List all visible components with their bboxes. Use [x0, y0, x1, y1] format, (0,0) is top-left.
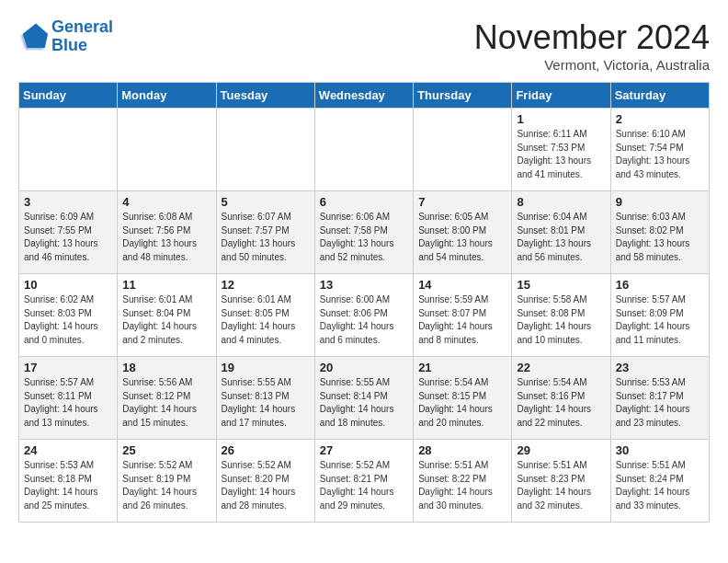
day-number: 2: [616, 112, 704, 126]
calendar-day-cell: 29Sunrise: 5:51 AM Sunset: 8:23 PM Dayli…: [512, 440, 610, 523]
calendar-day-cell: 25Sunrise: 5:52 AM Sunset: 8:19 PM Dayli…: [118, 440, 216, 523]
day-info: Sunrise: 5:53 AM Sunset: 8:18 PM Dayligh…: [24, 459, 112, 512]
calendar-day-cell: 1Sunrise: 6:11 AM Sunset: 7:53 PM Daylig…: [512, 109, 610, 191]
svg-marker-2: [23, 23, 48, 47]
logo-blue: Blue: [51, 36, 87, 54]
day-number: 26: [222, 443, 310, 457]
logo-general: General: [51, 17, 113, 36]
day-info: Sunrise: 6:03 AM Sunset: 8:02 PM Dayligh…: [616, 211, 704, 264]
day-number: 25: [122, 443, 210, 457]
calendar-day-cell: 2Sunrise: 6:10 AM Sunset: 7:54 PM Daylig…: [610, 109, 709, 191]
calendar-day-cell: 16Sunrise: 5:57 AM Sunset: 8:09 PM Dayli…: [610, 274, 709, 357]
calendar-day-cell: 13Sunrise: 6:00 AM Sunset: 8:06 PM Dayli…: [314, 274, 413, 357]
day-info: Sunrise: 6:05 AM Sunset: 8:00 PM Dayligh…: [418, 211, 506, 264]
day-number: 14: [418, 278, 506, 292]
day-info: Sunrise: 6:11 AM Sunset: 7:53 PM Dayligh…: [517, 128, 605, 181]
calendar-day-cell: [216, 109, 314, 191]
day-number: 8: [517, 195, 605, 209]
title-block: November 2024 Vermont, Victoria, Austral…: [474, 18, 710, 73]
day-number: 29: [517, 443, 605, 457]
day-number: 22: [517, 361, 605, 374]
calendar-day-cell: 22Sunrise: 5:54 AM Sunset: 8:16 PM Dayli…: [512, 357, 610, 440]
calendar-day-cell: 12Sunrise: 6:01 AM Sunset: 8:05 PM Dayli…: [216, 274, 314, 357]
location: Vermont, Victoria, Australia: [474, 57, 710, 73]
day-number: 28: [418, 443, 506, 457]
calendar-day-cell: 23Sunrise: 5:53 AM Sunset: 8:17 PM Dayli…: [610, 357, 709, 440]
calendar-day-cell: 26Sunrise: 5:52 AM Sunset: 8:20 PM Dayli…: [216, 440, 314, 523]
day-info: Sunrise: 6:10 AM Sunset: 7:54 PM Dayligh…: [616, 128, 704, 181]
day-info: Sunrise: 5:58 AM Sunset: 8:08 PM Dayligh…: [517, 293, 605, 347]
day-number: 7: [418, 195, 506, 209]
day-of-week-header: Friday: [512, 83, 610, 109]
calendar-day-cell: 3Sunrise: 6:09 AM Sunset: 7:55 PM Daylig…: [19, 191, 118, 274]
day-info: Sunrise: 5:51 AM Sunset: 8:22 PM Dayligh…: [418, 459, 506, 512]
day-number: 17: [24, 361, 112, 374]
day-info: Sunrise: 6:09 AM Sunset: 7:55 PM Dayligh…: [24, 211, 112, 264]
day-number: 9: [616, 195, 704, 209]
calendar-day-cell: 21Sunrise: 5:54 AM Sunset: 8:15 PM Dayli…: [414, 357, 512, 440]
day-of-week-header: Tuesday: [216, 83, 314, 109]
calendar-day-cell: 7Sunrise: 6:05 AM Sunset: 8:00 PM Daylig…: [414, 191, 512, 274]
calendar-day-cell: [414, 109, 512, 191]
calendar-day-cell: 24Sunrise: 5:53 AM Sunset: 8:18 PM Dayli…: [19, 440, 118, 523]
day-info: Sunrise: 5:57 AM Sunset: 8:11 PM Dayligh…: [24, 376, 112, 430]
day-number: 5: [222, 195, 310, 209]
day-number: 30: [616, 443, 704, 457]
day-number: 1: [517, 112, 605, 126]
calendar-day-cell: 8Sunrise: 6:04 AM Sunset: 8:01 PM Daylig…: [512, 191, 610, 274]
day-number: 3: [24, 195, 112, 209]
day-info: Sunrise: 6:02 AM Sunset: 8:03 PM Dayligh…: [24, 293, 112, 347]
day-number: 19: [222, 361, 310, 374]
day-info: Sunrise: 5:52 AM Sunset: 8:20 PM Dayligh…: [222, 459, 310, 512]
day-info: Sunrise: 6:08 AM Sunset: 7:56 PM Dayligh…: [122, 211, 210, 264]
calendar-day-cell: 19Sunrise: 5:55 AM Sunset: 8:13 PM Dayli…: [216, 357, 314, 440]
day-info: Sunrise: 5:53 AM Sunset: 8:17 PM Dayligh…: [616, 376, 704, 430]
day-info: Sunrise: 6:00 AM Sunset: 8:06 PM Dayligh…: [320, 293, 408, 347]
day-info: Sunrise: 6:01 AM Sunset: 8:04 PM Dayligh…: [122, 293, 210, 347]
calendar-table: SundayMondayTuesdayWednesdayThursdayFrid…: [18, 82, 710, 523]
day-number: 6: [320, 195, 408, 209]
calendar-day-cell: 10Sunrise: 6:02 AM Sunset: 8:03 PM Dayli…: [19, 274, 118, 357]
calendar-day-cell: [118, 109, 216, 191]
calendar-day-cell: 27Sunrise: 5:52 AM Sunset: 8:21 PM Dayli…: [314, 440, 413, 523]
day-info: Sunrise: 6:07 AM Sunset: 7:57 PM Dayligh…: [222, 211, 310, 264]
day-number: 21: [418, 361, 506, 374]
day-info: Sunrise: 5:56 AM Sunset: 8:12 PM Dayligh…: [122, 376, 210, 430]
calendar-day-cell: 30Sunrise: 5:51 AM Sunset: 8:24 PM Dayli…: [610, 440, 709, 523]
day-info: Sunrise: 5:54 AM Sunset: 8:16 PM Dayligh…: [517, 376, 605, 430]
page-header: General Blue November 2024 Vermont, Vict…: [18, 18, 710, 73]
logo-text: General Blue: [51, 18, 113, 55]
day-number: 13: [320, 278, 408, 292]
calendar-day-cell: [19, 109, 118, 191]
day-number: 24: [24, 443, 112, 457]
month-title: November 2024: [474, 18, 710, 57]
calendar-week-row: 17Sunrise: 5:57 AM Sunset: 8:11 PM Dayli…: [19, 357, 710, 440]
day-info: Sunrise: 5:51 AM Sunset: 8:23 PM Dayligh…: [517, 459, 605, 512]
day-number: 27: [320, 443, 408, 457]
calendar-week-row: 24Sunrise: 5:53 AM Sunset: 8:18 PM Dayli…: [19, 440, 710, 523]
day-number: 18: [122, 361, 210, 374]
day-info: Sunrise: 5:52 AM Sunset: 8:21 PM Dayligh…: [320, 459, 408, 512]
day-info: Sunrise: 5:55 AM Sunset: 8:13 PM Dayligh…: [222, 376, 310, 430]
calendar-day-cell: 14Sunrise: 5:59 AM Sunset: 8:07 PM Dayli…: [414, 274, 512, 357]
calendar-day-cell: 11Sunrise: 6:01 AM Sunset: 8:04 PM Dayli…: [118, 274, 216, 357]
day-info: Sunrise: 5:52 AM Sunset: 8:19 PM Dayligh…: [122, 459, 210, 512]
logo: General Blue: [18, 18, 113, 55]
day-info: Sunrise: 5:55 AM Sunset: 8:14 PM Dayligh…: [320, 376, 408, 430]
day-of-week-header: Wednesday: [314, 83, 413, 109]
day-of-week-header: Sunday: [19, 83, 118, 109]
day-info: Sunrise: 5:59 AM Sunset: 8:07 PM Dayligh…: [418, 293, 506, 347]
day-info: Sunrise: 5:54 AM Sunset: 8:15 PM Dayligh…: [418, 376, 506, 430]
calendar-day-cell: 20Sunrise: 5:55 AM Sunset: 8:14 PM Dayli…: [314, 357, 413, 440]
day-number: 4: [122, 195, 210, 209]
logo-icon: [18, 22, 48, 52]
calendar-week-row: 10Sunrise: 6:02 AM Sunset: 8:03 PM Dayli…: [19, 274, 710, 357]
day-info: Sunrise: 5:57 AM Sunset: 8:09 PM Dayligh…: [616, 293, 704, 347]
day-number: 10: [24, 278, 112, 292]
day-of-week-header: Thursday: [414, 83, 512, 109]
day-info: Sunrise: 6:01 AM Sunset: 8:05 PM Dayligh…: [222, 293, 310, 347]
day-number: 20: [320, 361, 408, 374]
calendar-day-cell: 18Sunrise: 5:56 AM Sunset: 8:12 PM Dayli…: [118, 357, 216, 440]
day-info: Sunrise: 6:04 AM Sunset: 8:01 PM Dayligh…: [517, 211, 605, 264]
day-number: 15: [517, 278, 605, 292]
